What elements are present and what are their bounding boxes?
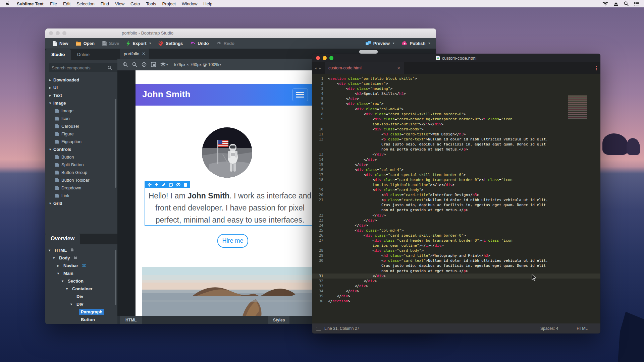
bs-title-bar[interactable]: portfolio - Bootstrap Studio	[45, 28, 436, 38]
minimize-button[interactable]	[56, 31, 60, 35]
overview-node-body[interactable]: ▾Body	[45, 254, 114, 262]
component-category-image[interactable]: ▾Image	[45, 99, 114, 107]
move-icon[interactable]	[148, 183, 152, 187]
close-tab-icon[interactable]: ✕	[142, 51, 145, 56]
code-line-wrap[interactable]: ion-ios-gear-outline"></i></div>	[312, 243, 600, 248]
zoom-caret[interactable]: ▾	[220, 63, 221, 66]
tab-studio[interactable]: Studio	[45, 49, 71, 60]
code-line-3[interactable]: 3 <div class="heading">	[312, 86, 600, 91]
component-item-button[interactable]: Button	[45, 153, 114, 161]
edit-pencil-icon[interactable]	[162, 183, 166, 187]
selected-paragraph[interactable]: Hello! I am John Smith. I work as interf…	[145, 188, 315, 226]
code-line-21[interactable]: 21 <p class="card-text">Nullam id dolor …	[312, 197, 600, 202]
code-line-wrap[interactable]: Cras justo odio, dapibus ac facilisis in…	[312, 142, 600, 147]
status-mode-icon[interactable]	[316, 327, 321, 330]
tab-nav-right-icon[interactable]: ▸	[319, 66, 321, 70]
code-line-11[interactable]: 11 <h3 class="card-title">Web Design</h3…	[312, 132, 600, 137]
code-editor[interactable]: 1<section class="portfolio-block skills"…	[312, 74, 600, 323]
code-line-26[interactable]: 26 <div class="card special-skill-item b…	[312, 233, 600, 238]
zoom-out-icon[interactable]	[132, 62, 137, 67]
layers-icon[interactable]	[160, 62, 166, 67]
export-button[interactable]: Export▾	[126, 41, 151, 46]
component-category-controls[interactable]: ▾Controls	[45, 145, 114, 153]
move-up-icon[interactable]	[155, 183, 158, 187]
tab-online[interactable]: Online	[71, 49, 96, 60]
design-canvas-page[interactable]: John Smith	[136, 70, 329, 316]
overview-node-section[interactable]: ▾Section	[45, 277, 114, 285]
code-line-17[interactable]: 17 <div class="card special-skill-item b…	[312, 172, 600, 177]
code-line-2[interactable]: 2 <div class="container">	[312, 81, 600, 86]
code-line-wrap[interactable]: non mi porta gravida at eget metus.</p>	[312, 268, 600, 274]
menu-item-goto[interactable]: Goto	[127, 1, 143, 6]
design-tab-portfolio[interactable]: portfolio✕	[120, 49, 149, 59]
wifi-icon[interactable]	[602, 2, 608, 6]
code-line-9[interactable]: 9 <div class="card-header bg-transparent…	[312, 117, 600, 122]
list-icon[interactable]	[634, 2, 639, 6]
apple-menu-icon[interactable]	[0, 1, 13, 7]
overview-node-button[interactable]: Button	[45, 316, 114, 323]
duplicate-icon[interactable]	[169, 183, 173, 187]
component-item-figure[interactable]: Figure	[45, 130, 114, 138]
code-line-25[interactable]: 25 <div class="col-md-4">	[312, 228, 600, 233]
component-category-grid[interactable]: ▾Grid	[45, 199, 114, 207]
tab-nav-left-icon[interactable]: ◂	[315, 66, 317, 70]
hire-me-button[interactable]: Hire me	[217, 234, 248, 248]
menu-item-selection[interactable]: Selection	[73, 1, 97, 6]
component-category-downloaded[interactable]: ▸Downloaded	[45, 76, 114, 84]
disable-outline-icon[interactable]	[142, 62, 147, 67]
canvas-size-zoom-label[interactable]: 576px × 760px @ 100%	[174, 62, 219, 67]
layers-caret[interactable]: ▾	[166, 63, 168, 66]
overview-node-navbar[interactable]: ▸Navbar	[45, 262, 114, 269]
code-line-22[interactable]: 22 </div>	[312, 213, 600, 218]
overview-node-div[interactable]: ▾Div	[45, 300, 114, 308]
redo-button[interactable]: Redo	[216, 41, 235, 46]
open-button[interactable]: Open	[76, 41, 95, 46]
minimize-button[interactable]	[323, 56, 327, 60]
component-item-carousel[interactable]: Carousel	[45, 122, 114, 130]
publish-button[interactable]: Publish▾	[402, 41, 430, 46]
code-line-31[interactable]: 31 </div>	[312, 274, 600, 279]
minimap[interactable]	[568, 96, 587, 119]
code-line-20[interactable]: 20 <h3 class="card-title">Interface Desi…	[312, 192, 600, 197]
code-line-wrap[interactable]: non mi porta gravida at eget metus.</p>	[312, 207, 600, 213]
close-tab-icon[interactable]: ✕	[397, 66, 400, 71]
bottom-tab-html[interactable]: HTML	[120, 316, 142, 324]
menu-item-help[interactable]: Help	[200, 1, 215, 6]
component-category-ui[interactable]: ▸UI	[45, 84, 114, 92]
code-line-33[interactable]: 33 </div>	[312, 284, 600, 289]
zoom-button[interactable]	[329, 56, 333, 60]
active-app-name[interactable]: Sublime Text	[13, 1, 47, 6]
code-line-10[interactable]: 10 <div class="card-body">	[312, 127, 600, 132]
overview-node-div[interactable]: Div	[45, 293, 114, 300]
code-line-19[interactable]: 19 <div class="card-body">	[312, 187, 600, 192]
search-input[interactable]	[49, 63, 126, 72]
editor-tab-custom-code[interactable]: custom-code.html✕	[325, 62, 404, 74]
code-line-1[interactable]: 1<section class="portfolio-block skills"…	[312, 76, 600, 81]
fullscreen-frame-icon[interactable]	[151, 62, 156, 67]
code-line-16[interactable]: 16 <div class="col-md-4">	[312, 167, 600, 172]
menu-item-file[interactable]: File	[47, 1, 60, 6]
tab-overview[interactable]: Overview	[45, 234, 80, 244]
components-scrollbar[interactable]	[115, 99, 116, 188]
code-line-15[interactable]: 15 </div>	[312, 162, 600, 167]
code-line-36[interactable]: 36</section>	[312, 299, 600, 304]
component-item-button-group[interactable]: Button Group	[45, 169, 114, 176]
code-line-32[interactable]: 32 </div>	[312, 279, 600, 284]
indent-setting-label[interactable]: Spaces: 4	[540, 326, 558, 331]
component-category-text[interactable]: ▸Text	[45, 92, 114, 99]
code-line-4[interactable]: 4 <h2>Special Skills</h2>	[312, 91, 600, 96]
syntax-label[interactable]: HTML	[577, 326, 588, 331]
overview-node-paragraph[interactable]: Paragraph	[45, 308, 114, 316]
code-line-28[interactable]: 28 <div class="card-body">	[312, 248, 600, 253]
code-line-wrap[interactable]: Cras justo odio, dapibus ac facilisis in…	[312, 263, 600, 268]
menu-item-edit[interactable]: Edit	[60, 1, 73, 6]
code-line-wrap[interactable]: ion-ios-lightbulb-outline"></i></div>	[312, 182, 600, 187]
code-line-5[interactable]: 5 </div>	[312, 96, 600, 101]
preview-button[interactable]: Preview▾	[366, 41, 394, 46]
close-button[interactable]	[316, 56, 320, 60]
menu-item-view[interactable]: View	[112, 1, 127, 6]
page-brand[interactable]: John Smith	[142, 89, 191, 100]
code-line-29[interactable]: 29 <h3 class="card-title">Photography an…	[312, 253, 600, 258]
component-item-icon[interactable]: Icon	[45, 115, 114, 122]
save-button[interactable]: Save	[102, 41, 119, 46]
